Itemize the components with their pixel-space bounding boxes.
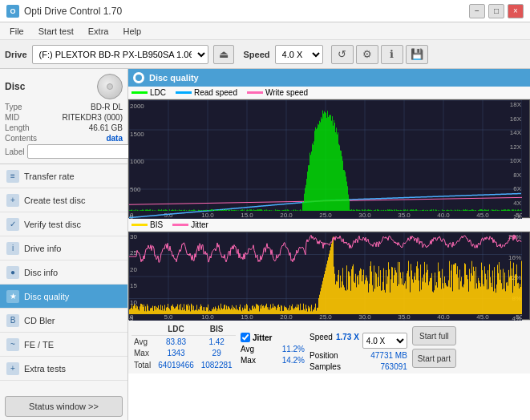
readspeed-legend-color [176,91,192,94]
total-label: Total [131,359,155,371]
writespeed-legend-color [247,91,263,94]
fe-te-icon: ~ [6,338,19,351]
extra-tests-icon: + [6,362,19,375]
bis-legend-label: BIS [150,220,163,229]
start-part-button[interactable]: Start part [412,349,456,368]
jitter-avg-prefix: Avg [241,345,254,353]
length-value: 46.61 GB [89,123,123,132]
save-button[interactable]: 💾 [406,45,428,64]
drive-select[interactable]: (F:) PLEXTOR BD-R PX-LB950SA 1.06 [32,45,208,64]
max-bis: 29 [197,348,236,360]
disc-info-label: Disc info [24,268,58,277]
disc-quality-icon: ★ [6,290,19,303]
avg-label: Avg [131,335,155,347]
test-speed-select[interactable]: 4.0 X [362,333,407,349]
speed-stat-val: 1.73 X [336,333,359,349]
total-ldc: 64019466 [155,359,198,371]
contents-value: data [106,134,123,143]
type-value: BD-R DL [91,103,123,111]
label-label: Label [5,147,24,156]
stats-area: LDC BIS Avg 83.83 1.42 Max 1343 29 Total… [128,320,530,374]
settings-button[interactable]: ⚙ [356,45,378,64]
avg-ldc: 83.83 [155,335,198,347]
jitter-legend-color [172,224,188,226]
disc-graphic [97,74,123,99]
chart-header-icon [133,72,144,83]
fe-te-label: FE / TE [24,340,54,349]
sidebar-item-verify-test-disc[interactable]: ✓ Verify test disc [0,212,127,236]
drive-info-icon: i [6,242,19,255]
eject-button[interactable]: ⏏ [213,45,234,64]
create-test-disc-icon: + [6,194,19,207]
menu-help[interactable]: Help [116,25,148,38]
info-button[interactable]: ℹ [381,45,403,64]
top-chart-legend: LDC Read speed Write speed [128,87,530,99]
samples-label: Samples [310,362,341,371]
speed-position-stats: Speed 1.73 X 4.0 X Position 47731 MB Sam… [310,323,407,371]
jitter-label: Jitter [253,333,272,342]
writespeed-legend-label: Write speed [265,88,308,97]
sidebar-item-fe-te[interactable]: ~ FE / TE [0,333,127,357]
close-button[interactable]: × [508,4,524,18]
ldc-legend-color [131,91,148,94]
extra-tests-label: Extra tests [24,364,66,374]
cd-bler-icon: B [6,314,19,327]
drive-info-label: Drive info [24,244,61,253]
disc-panel: Disc Type BD-R DL MID RITEKDR3 (000) Len… [0,69,127,164]
length-label: Length [5,123,30,132]
cd-bler-label: CD Bler [24,316,55,325]
menu-file[interactable]: File [3,25,30,38]
sidebar-item-cd-bler[interactable]: B CD Bler [0,309,127,333]
chart-title: Disc quality [149,73,199,83]
sidebar-item-drive-info[interactable]: i Drive info [0,236,127,260]
bottom-chart [128,232,530,320]
speed-stat-label: Speed [310,333,333,349]
top-chart [128,99,530,218]
main-area: Disc Type BD-R DL MID RITEKDR3 (000) Len… [0,69,530,420]
label-input[interactable] [27,144,136,159]
jitter-max: 14.2% [282,356,305,365]
avg-bis: 1.42 [197,335,236,347]
max-ldc: 1343 [155,348,198,360]
sidebar: Disc Type BD-R DL MID RITEKDR3 (000) Len… [0,69,128,420]
position-val: 47731 MB [370,351,407,360]
jitter-legend-label: Jitter [191,220,208,229]
type-label: Type [5,103,22,111]
titlebar: O Opti Drive Control 1.70 − □ × [0,0,530,22]
menu-start-test[interactable]: Start test [32,25,80,38]
speed-label: Speed [244,50,270,59]
bis-legend-color [131,224,148,226]
status-window-button[interactable]: Status window >> [5,396,123,417]
refresh-button[interactable]: ↺ [331,45,354,64]
action-buttons: Start full Start part [412,323,456,371]
max-label: Max [131,348,155,360]
verify-test-disc-icon: ✓ [6,218,19,231]
total-bis: 1082281 [197,359,236,371]
jitter-checkbox[interactable] [241,333,250,342]
verify-test-disc-label: Verify test disc [24,220,81,229]
sidebar-item-extra-tests[interactable]: + Extra tests [0,357,127,381]
contents-label: Contents [5,134,37,143]
sidebar-item-disc-info[interactable]: ● Disc info [0,260,127,285]
sidebar-item-disc-quality[interactable]: ★ Disc quality [0,285,127,309]
drivebar: Drive (F:) PLEXTOR BD-R PX-LB950SA 1.06 … [0,40,530,69]
start-full-button[interactable]: Start full [412,326,456,345]
sidebar-item-transfer-rate[interactable]: ≡ Transfer rate [0,164,127,188]
jitter-avg: 11.2% [282,345,305,353]
maximize-button[interactable]: □ [488,4,504,18]
content-area: Disc quality LDC Read speed Write speed [128,69,530,420]
bottom-chart-legend: BIS Jitter [128,218,530,232]
speed-select[interactable]: 4.0 X [275,45,323,64]
jitter-max-prefix: Max [241,356,256,365]
sidebar-item-create-test-disc[interactable]: + Create test disc [0,188,127,212]
nav-items: ≡ Transfer rate + Create test disc ✓ Ver… [0,164,127,393]
samples-val: 763091 [380,362,407,371]
bis-header: BIS [197,323,236,335]
mid-label: MID [5,113,19,122]
disc-quality-label: Disc quality [24,292,69,301]
mid-value: RITEKDR3 (000) [62,113,123,122]
menu-extra[interactable]: Extra [82,25,115,38]
minimize-button[interactable]: − [469,4,485,18]
disc-info-icon: ● [6,266,19,279]
ldc-legend-label: LDC [150,88,166,97]
